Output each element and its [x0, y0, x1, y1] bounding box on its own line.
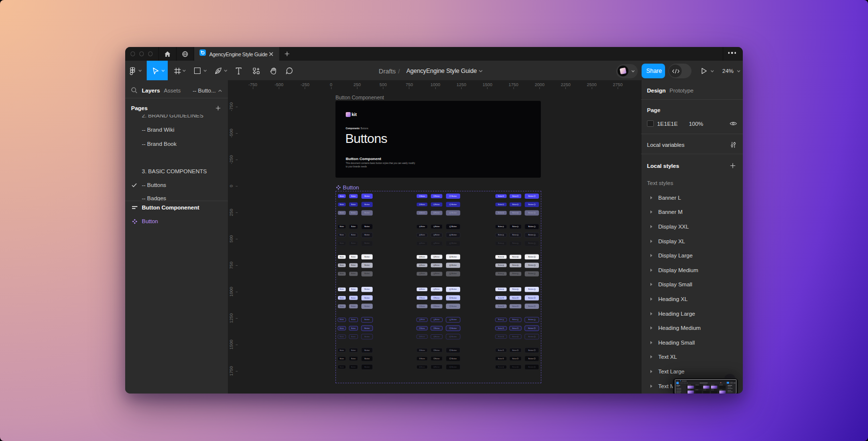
svg-text:Button: Button — [351, 349, 356, 351]
svg-text:Button: Button — [528, 327, 534, 329]
svg-text:Button: Button — [451, 204, 457, 206]
svg-text:Button: Button — [421, 256, 425, 258]
svg-text:Button: Button — [528, 204, 534, 206]
svg-text:Button: Button — [421, 327, 425, 329]
svg-text:Button: Button — [512, 336, 517, 338]
svg-text:Button: Button — [435, 273, 440, 275]
svg-text:Button: Button — [435, 195, 440, 197]
svg-text:Button: Button — [528, 242, 534, 244]
svg-text:Button: Button — [498, 256, 503, 258]
svg-text:Button: Button — [451, 319, 457, 321]
svg-text:Button: Button — [435, 336, 440, 338]
svg-text:Button: Button — [340, 288, 344, 290]
svg-text:Button: Button — [528, 319, 534, 321]
svg-text:Button: Button — [421, 242, 425, 244]
svg-text:Button: Button — [512, 226, 517, 228]
svg-text:Button: Button — [435, 264, 440, 266]
svg-text:Button: Button — [351, 297, 356, 299]
svg-text:Button: Button — [451, 195, 457, 197]
svg-text:Button: Button — [528, 336, 534, 338]
svg-text:Button: Button — [528, 358, 534, 360]
svg-text:Button: Button — [421, 319, 425, 321]
svg-text:Button: Button — [451, 297, 457, 299]
svg-text:Button: Button — [451, 234, 457, 236]
svg-text:Button: Button — [498, 288, 503, 290]
svg-text:Button: Button — [364, 319, 370, 321]
svg-text:Button: Button — [364, 297, 370, 299]
svg-text:Button: Button — [451, 336, 457, 338]
svg-text:Button: Button — [451, 226, 457, 228]
svg-text:Button: Button — [340, 234, 344, 236]
svg-text:Button: Button — [364, 264, 370, 266]
svg-text:Button: Button — [421, 349, 425, 351]
svg-text:Button: Button — [421, 226, 425, 228]
svg-text:Button: Button — [512, 305, 517, 307]
svg-text:Button: Button — [528, 226, 534, 228]
svg-text:Button: Button — [451, 327, 457, 329]
svg-text:Button: Button — [340, 358, 344, 360]
svg-text:Button: Button — [435, 297, 440, 299]
svg-text:Button: Button — [512, 349, 517, 351]
svg-text:Button: Button — [512, 273, 517, 275]
svg-text:Button: Button — [351, 195, 356, 197]
svg-text:Button: Button — [340, 264, 344, 266]
svg-text:Button: Button — [435, 358, 440, 360]
svg-text:Button: Button — [451, 349, 457, 351]
svg-text:Button: Button — [421, 234, 425, 236]
svg-text:Button: Button — [340, 273, 344, 275]
svg-text:Button: Button — [421, 264, 425, 266]
svg-text:Button: Button — [340, 366, 344, 368]
svg-text:Button: Button — [528, 288, 534, 290]
svg-text:Button: Button — [528, 305, 534, 307]
svg-text:Button: Button — [340, 305, 344, 307]
svg-text:Button: Button — [435, 242, 440, 244]
svg-text:Button: Button — [351, 366, 356, 368]
svg-text:Button: Button — [421, 273, 425, 275]
svg-text:Button: Button — [435, 256, 440, 258]
svg-text:Button: Button — [351, 273, 356, 275]
svg-text:Button: Button — [364, 366, 370, 368]
svg-text:Button: Button — [451, 256, 457, 258]
svg-text:Button: Button — [512, 234, 517, 236]
svg-text:Button: Button — [351, 212, 356, 214]
svg-text:Button: Button — [451, 305, 457, 307]
svg-text:Button: Button — [512, 319, 517, 321]
svg-text:Button: Button — [498, 204, 503, 206]
svg-text:Button: Button — [435, 204, 440, 206]
svg-text:Button: Button — [364, 195, 370, 197]
svg-text:Button: Button — [451, 366, 457, 368]
svg-text:Button: Button — [451, 358, 457, 360]
svg-text:Button: Button — [498, 273, 503, 275]
svg-text:Button: Button — [351, 319, 356, 321]
svg-text:Button: Button — [351, 242, 356, 244]
svg-text:Button: Button — [340, 204, 344, 206]
svg-text:Button: Button — [435, 234, 440, 236]
svg-text:Button: Button — [421, 212, 425, 214]
svg-text:Button: Button — [364, 336, 370, 338]
svg-text:Button: Button — [512, 288, 517, 290]
svg-text:Button: Button — [512, 242, 517, 244]
svg-text:Button: Button — [498, 297, 503, 299]
svg-text:Button: Button — [528, 297, 534, 299]
svg-text:Button: Button — [528, 349, 534, 351]
svg-text:Button: Button — [421, 204, 425, 206]
svg-text:Button: Button — [435, 366, 440, 368]
svg-text:Button: Button — [498, 195, 503, 197]
svg-text:Button: Button — [451, 212, 457, 214]
svg-text:Button: Button — [364, 273, 370, 275]
svg-text:Button: Button — [451, 288, 457, 290]
svg-text:Button: Button — [498, 264, 503, 266]
svg-text:Button: Button — [351, 358, 356, 360]
svg-text:Button: Button — [364, 288, 370, 290]
svg-text:Button: Button — [351, 204, 356, 206]
svg-text:Button: Button — [512, 195, 517, 197]
svg-text:Button: Button — [498, 242, 503, 244]
svg-text:Button: Button — [340, 256, 344, 258]
svg-text:Button: Button — [498, 212, 503, 214]
svg-text:Button: Button — [351, 234, 356, 236]
svg-text:Button: Button — [421, 195, 425, 197]
svg-text:Button: Button — [351, 305, 356, 307]
svg-text:Button: Button — [512, 327, 517, 329]
svg-text:Button: Button — [421, 358, 425, 360]
svg-text:Button: Button — [498, 358, 503, 360]
